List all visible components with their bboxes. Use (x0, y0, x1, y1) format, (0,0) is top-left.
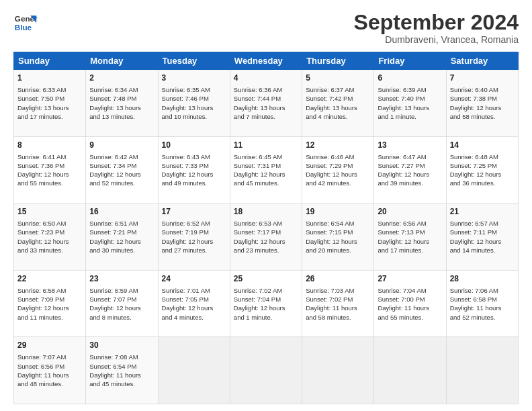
day-number: 10 (162, 140, 226, 151)
day-number: 24 (162, 273, 226, 285)
table-row: 23Sunrise: 6:59 AMSunset: 7:07 PMDayligh… (86, 270, 158, 337)
table-row (158, 337, 230, 404)
table-row: 16Sunrise: 6:51 AMSunset: 7:21 PMDayligh… (86, 203, 158, 271)
calendar-table: Sunday Monday Tuesday Wednesday Thursday… (13, 52, 519, 404)
day-number: 14 (450, 140, 515, 151)
table-row: 18Sunrise: 6:53 AMSunset: 7:17 PMDayligh… (230, 203, 302, 271)
day-number: 11 (234, 140, 298, 151)
location-subtitle: Dumbraveni, Vrancea, Romania (354, 34, 519, 45)
calendar-header-row: Sunday Monday Tuesday Wednesday Thursday… (14, 52, 519, 70)
page: General Blue September 2024 Dumbraveni, … (0, 0, 532, 411)
day-number: 15 (17, 206, 82, 218)
day-number: 23 (89, 273, 154, 285)
table-row: 30Sunrise: 7:08 AMSunset: 6:54 PMDayligh… (86, 337, 158, 404)
day-number: 12 (306, 140, 370, 151)
day-number: 25 (234, 273, 298, 285)
day-number: 21 (450, 206, 515, 218)
logo: General Blue (13, 11, 38, 35)
table-row: 9Sunrise: 6:42 AMSunset: 7:34 PMDaylight… (86, 136, 158, 203)
table-row: 17Sunrise: 6:52 AMSunset: 7:19 PMDayligh… (158, 203, 230, 271)
day-number: 13 (378, 140, 442, 151)
day-number: 1 (17, 73, 82, 84)
table-row: 11Sunrise: 6:45 AMSunset: 7:31 PMDayligh… (230, 136, 302, 203)
table-row: 8Sunrise: 6:41 AMSunset: 7:36 PMDaylight… (14, 136, 86, 203)
day-number: 19 (306, 206, 370, 218)
day-number: 9 (89, 140, 154, 151)
table-row (302, 337, 374, 404)
table-row: 14Sunrise: 6:48 AMSunset: 7:25 PMDayligh… (446, 136, 518, 203)
table-row: 13Sunrise: 6:47 AMSunset: 7:27 PMDayligh… (374, 136, 446, 203)
month-title: September 2024 (354, 11, 519, 34)
day-number: 4 (234, 73, 298, 84)
svg-text:Blue: Blue (15, 23, 32, 32)
calendar-week-row: 1Sunrise: 6:33 AMSunset: 7:50 PMDaylight… (14, 70, 519, 137)
table-row (446, 337, 518, 404)
day-number: 3 (162, 73, 226, 84)
table-row: 5Sunrise: 6:37 AMSunset: 7:42 PMDaylight… (302, 70, 374, 137)
table-row: 25Sunrise: 7:02 AMSunset: 7:04 PMDayligh… (230, 270, 302, 337)
day-number: 20 (378, 206, 442, 218)
day-number: 2 (89, 73, 154, 84)
table-row: 27Sunrise: 7:04 AMSunset: 7:00 PMDayligh… (374, 270, 446, 337)
day-number: 22 (17, 273, 82, 285)
table-row: 20Sunrise: 6:56 AMSunset: 7:13 PMDayligh… (374, 203, 446, 271)
day-number: 6 (378, 73, 442, 84)
table-row: 22Sunrise: 6:58 AMSunset: 7:09 PMDayligh… (14, 270, 86, 337)
day-number: 30 (89, 340, 154, 351)
table-row: 28Sunrise: 7:06 AMSunset: 6:58 PMDayligh… (446, 270, 518, 337)
col-saturday: Saturday (446, 52, 518, 70)
table-row: 12Sunrise: 6:46 AMSunset: 7:29 PMDayligh… (302, 136, 374, 203)
calendar-week-row: 29Sunrise: 7:07 AMSunset: 6:56 PMDayligh… (14, 337, 519, 404)
table-row: 10Sunrise: 6:43 AMSunset: 7:33 PMDayligh… (158, 136, 230, 203)
day-number: 27 (378, 273, 442, 285)
title-block: September 2024 Dumbraveni, Vrancea, Roma… (354, 11, 519, 45)
col-monday: Monday (86, 52, 158, 70)
table-row: 3Sunrise: 6:35 AMSunset: 7:46 PMDaylight… (158, 70, 230, 137)
day-number: 5 (306, 73, 370, 84)
day-number: 17 (162, 206, 226, 218)
table-row: 2Sunrise: 6:34 AMSunset: 7:48 PMDaylight… (86, 70, 158, 137)
table-row (230, 337, 302, 404)
day-number: 18 (234, 206, 298, 218)
col-sunday: Sunday (14, 52, 86, 70)
table-row: 15Sunrise: 6:50 AMSunset: 7:23 PMDayligh… (14, 203, 86, 271)
col-thursday: Thursday (302, 52, 374, 70)
day-number: 28 (450, 273, 515, 285)
day-number: 26 (306, 273, 370, 285)
table-row: 7Sunrise: 6:40 AMSunset: 7:38 PMDaylight… (446, 70, 518, 137)
header: General Blue September 2024 Dumbraveni, … (13, 11, 519, 45)
day-number: 7 (450, 73, 515, 84)
col-tuesday: Tuesday (158, 52, 230, 70)
table-row: 26Sunrise: 7:03 AMSunset: 7:02 PMDayligh… (302, 270, 374, 337)
table-row: 19Sunrise: 6:54 AMSunset: 7:15 PMDayligh… (302, 203, 374, 271)
calendar-week-row: 22Sunrise: 6:58 AMSunset: 7:09 PMDayligh… (14, 270, 519, 337)
day-number: 8 (17, 140, 82, 151)
calendar-week-row: 8Sunrise: 6:41 AMSunset: 7:36 PMDaylight… (14, 136, 519, 203)
logo-icon: General Blue (13, 11, 38, 35)
table-row: 29Sunrise: 7:07 AMSunset: 6:56 PMDayligh… (14, 337, 86, 404)
col-friday: Friday (374, 52, 446, 70)
col-wednesday: Wednesday (230, 52, 302, 70)
table-row: 1Sunrise: 6:33 AMSunset: 7:50 PMDaylight… (14, 70, 86, 137)
table-row: 6Sunrise: 6:39 AMSunset: 7:40 PMDaylight… (374, 70, 446, 137)
day-number: 29 (17, 340, 82, 351)
table-row: 4Sunrise: 6:36 AMSunset: 7:44 PMDaylight… (230, 70, 302, 137)
calendar-week-row: 15Sunrise: 6:50 AMSunset: 7:23 PMDayligh… (14, 203, 519, 271)
table-row: 21Sunrise: 6:57 AMSunset: 7:11 PMDayligh… (446, 203, 518, 271)
table-row: 24Sunrise: 7:01 AMSunset: 7:05 PMDayligh… (158, 270, 230, 337)
table-row (374, 337, 446, 404)
day-number: 16 (89, 206, 154, 218)
